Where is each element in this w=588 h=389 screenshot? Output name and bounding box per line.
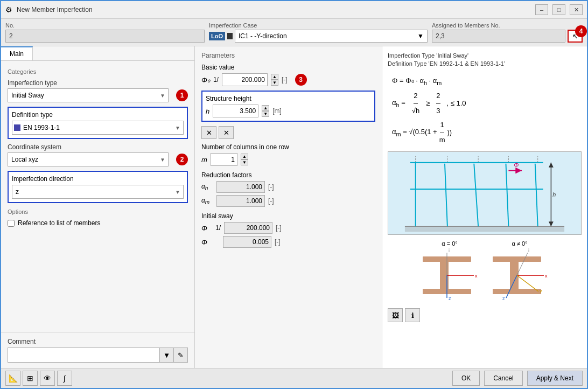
initial-sway-label: Initial sway	[201, 212, 375, 220]
left-panel: Main Categories Imperfection type Initia…	[1, 46, 195, 368]
phi0-increment-button[interactable]: ▲	[271, 74, 278, 80]
alpha-m-unit: [-]	[268, 197, 274, 205]
footer-btn-4[interactable]: ∫	[57, 371, 72, 386]
footer-btn-2[interactable]: ⊞	[23, 371, 38, 386]
phi0-unit: [-]	[282, 76, 288, 84]
m-value-input[interactable]	[211, 153, 237, 166]
comment-input[interactable]	[8, 348, 159, 362]
alpha-h-row: αh [-]	[201, 181, 375, 193]
phi0-prefix: 1/	[213, 76, 219, 84]
diagram-icon-btn-1[interactable]: 🖼	[388, 308, 403, 322]
h-value-input[interactable]	[213, 105, 258, 117]
structure-action-btn-2[interactable]: ✕	[219, 126, 234, 139]
window-title: New Member Imperfection	[17, 6, 531, 13]
minimize-button[interactable]: –	[535, 4, 548, 15]
phi-1-value	[224, 222, 272, 234]
h-decrement-button[interactable]: ▼	[262, 111, 269, 117]
structure-height-box: Structure height h ▲ ▼ [m]	[201, 91, 375, 122]
options-section: Options Reference to list of members	[8, 209, 188, 227]
imperfection-type-row: Imperfection type Initial Sway ▼ 1	[8, 79, 188, 102]
main-window: ⚙ New Member Imperfection – □ ✕ No. 2 Im…	[0, 0, 588, 389]
no-label: No.	[5, 22, 205, 29]
formula-area: Φ = Φ₀ · αh · αm αh = 2 √h ≥ 2 3 , ≤ 1.0	[388, 72, 582, 149]
phi0-spinner: ▲ ▼	[271, 74, 278, 86]
comment-input-area: ▼ ✎	[8, 348, 188, 363]
basic-value-row: Φ₀ 1/ ▲ ▼ [-] 3	[201, 73, 375, 86]
diagram-bottom-icons: 🖼 ℹ	[388, 308, 582, 322]
assigned-btn-wrapper: 4 ↖	[568, 30, 583, 43]
reduction-label: Reduction factors	[201, 171, 375, 179]
svg-line-3	[474, 164, 478, 226]
imperfection-type-label: Imperfection type	[8, 79, 188, 87]
comment-section: Comment ▼ ✎	[1, 332, 194, 368]
coordinate-system-row: Coordinate system Local xyz ▼ 2	[8, 143, 188, 166]
maximize-button[interactable]: □	[552, 4, 565, 15]
phi0-decrement-button[interactable]: ▼	[271, 80, 278, 86]
reference-checkbox[interactable]	[8, 220, 15, 227]
structure-height-row: h ▲ ▼ [m]	[206, 105, 371, 117]
imperfection-direction-select[interactable]: z y x	[12, 185, 184, 199]
definition-type-label: Definition type	[12, 111, 184, 119]
h-increment-button[interactable]: ▲	[262, 105, 269, 111]
imperfection-direction-label: Imperfection direction	[12, 175, 184, 183]
apply-next-button[interactable]: Apply & Next	[527, 371, 583, 386]
phi0-value-input[interactable]	[222, 73, 268, 86]
diagram-icon-btn-2[interactable]: ℹ	[405, 308, 420, 322]
beam-svg-1: x i z	[417, 248, 482, 302]
m-spinner: ▲ ▼	[241, 154, 248, 165]
svg-text:i: i	[528, 248, 529, 253]
phi-2-row: Φ [-]	[201, 236, 375, 248]
phi-1-row: Φ 1/ [-]	[201, 222, 375, 234]
formula-ah: αh = 2 √h ≥ 2 3 , ≤ 1.0	[392, 89, 577, 118]
definition-type-color-swatch	[14, 124, 20, 131]
footer-btn-3[interactable]: 👁	[40, 371, 55, 386]
footer-icons: 📐 ⊞ 👁 ∫	[5, 371, 448, 386]
ic-dropdown-arrow: ▼	[417, 32, 424, 40]
options-header: Options	[8, 209, 188, 215]
badge-1: 1	[176, 89, 188, 101]
parameters-header: Parameters	[201, 52, 375, 59]
footer: 📐 ⊞ 👁 ∫ OK Cancel Apply & Next	[1, 368, 587, 388]
imperfection-direction-box: Imperfection direction z y x ▼	[8, 171, 188, 203]
phi-1-unit: [-]	[276, 224, 282, 232]
cancel-button[interactable]: Cancel	[484, 371, 522, 386]
comment-edit-button[interactable]: ✎	[173, 348, 187, 362]
right-panel-inner: Imperfection Type 'Initial Sway' Definit…	[388, 52, 582, 363]
svg-text:x: x	[475, 273, 478, 279]
alpha-h-value	[216, 181, 265, 193]
phi0-label: Φ₀	[201, 76, 210, 84]
ok-button[interactable]: OK	[452, 371, 480, 386]
tab-bar: Main	[1, 46, 194, 61]
svg-text:h: h	[552, 191, 556, 198]
comment-dropdown-button[interactable]: ▼	[159, 348, 173, 362]
svg-line-4	[506, 164, 508, 226]
structure-action-btn-1[interactable]: ✕	[201, 126, 216, 139]
coordinate-system-select[interactable]: Local xyz	[8, 152, 169, 166]
svg-rect-20	[405, 226, 564, 232]
definition-type-select[interactable]: EN 1993-1-1	[12, 121, 184, 135]
phi-2-value	[223, 236, 271, 248]
ic-color-swatch	[227, 33, 233, 39]
sway-diagram: Φ h	[388, 151, 582, 235]
alpha-m-row: αm [-]	[201, 195, 375, 207]
titlebar: ⚙ New Member Imperfection – □ ✕	[1, 1, 587, 19]
m-decrement-button[interactable]: ▼	[241, 159, 248, 165]
imperfection-direction-select-wrapper: z y x ▼	[12, 185, 184, 199]
svg-line-2	[445, 164, 447, 226]
footer-btn-1[interactable]: 📐	[5, 371, 20, 386]
structure-height-actions: ✕ ✕	[201, 126, 375, 139]
h-label: h	[206, 107, 209, 115]
m-increment-button[interactable]: ▲	[241, 154, 248, 159]
definition-type-box: Definition type EN 1993-1-1 ▼	[8, 107, 188, 139]
panel-body: Categories Imperfection type Initial Swa…	[1, 61, 194, 332]
ic-select[interactable]: IC1 - -Y-direction ▼	[235, 30, 428, 43]
badge-2: 2	[176, 154, 188, 165]
columns-row: m ▲ ▼	[201, 153, 375, 166]
svg-rect-32	[493, 289, 541, 294]
reference-label: Reference to list of members	[18, 219, 100, 227]
imperfection-type-select[interactable]: Initial Sway	[8, 88, 169, 102]
svg-text:z: z	[502, 296, 505, 301]
tab-main[interactable]: Main	[1, 46, 33, 60]
phi-1-prefix: 1/	[215, 224, 221, 232]
close-button[interactable]: ✕	[570, 4, 583, 15]
